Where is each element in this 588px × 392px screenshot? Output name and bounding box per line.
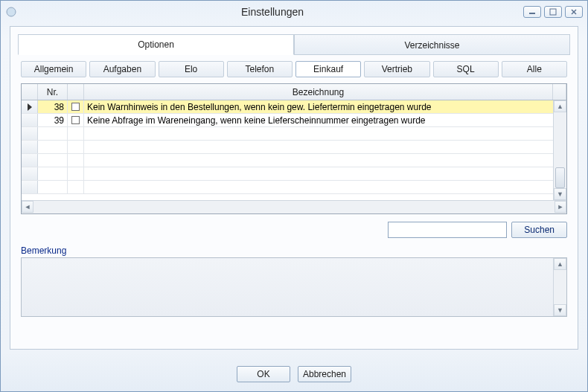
grid-vertical-scrollbar[interactable]: ▲ ▼ (553, 100, 566, 200)
cell-bezeichnung (84, 154, 566, 167)
search-input[interactable] (388, 222, 507, 238)
ok-button[interactable]: OK (237, 366, 290, 382)
subtab-allgemein[interactable]: Allgemein (21, 61, 86, 77)
row-selector[interactable] (22, 114, 38, 126)
row-selector (22, 127, 38, 140)
maximize-button[interactable] (544, 6, 562, 18)
maximize-icon (549, 8, 557, 16)
close-icon (570, 8, 578, 16)
sub-tab-area: Allgemein Aufgaben Elo Telefon Einkauf V… (18, 54, 570, 317)
subtab-sql[interactable]: SQL (433, 61, 499, 77)
subtab-alle-label: Alle (527, 64, 542, 74)
checkbox-icon (71, 116, 80, 124)
grid-header-scrollspace (553, 84, 566, 100)
cancel-button[interactable]: Abbrechen (298, 366, 351, 382)
app-icon (5, 6, 17, 18)
scroll-thumb[interactable] (555, 167, 565, 188)
scroll-right-icon[interactable]: ► (555, 201, 566, 213)
cell-checkbox (68, 167, 84, 180)
remark-scrollbar[interactable]: ▲ ▼ (553, 258, 566, 316)
cell-bezeichnung: Keine Abfrage im Wareneingang, wenn kein… (84, 114, 566, 126)
grid-header-nr[interactable]: Nr. (38, 84, 68, 100)
cell-checkbox[interactable] (68, 100, 84, 113)
tab-optionen-label: Optionen (138, 39, 174, 50)
subtab-sql-label: SQL (457, 64, 475, 74)
table-row (22, 154, 566, 167)
grid-header: Nr. Bezeichnung (22, 84, 566, 100)
titlebar: Einstellungen (1, 1, 587, 23)
subtab-elo[interactable]: Elo (159, 61, 224, 77)
cell-bezeichnung (84, 141, 566, 153)
table-row (22, 167, 566, 181)
grid-header-checkbox (68, 84, 84, 100)
cell-bezeichnung: Kein Warnhinweis in den Bestellungen, we… (84, 100, 566, 113)
search-button[interactable]: Suchen (511, 222, 567, 238)
cell-checkbox (68, 127, 84, 140)
grid-body: 38Kein Warnhinweis in den Bestellungen, … (22, 100, 566, 213)
ok-button-label: OK (257, 369, 269, 379)
scroll-up-icon[interactable]: ▲ (554, 100, 566, 112)
subtab-aufgaben[interactable]: Aufgaben (89, 61, 155, 77)
minimize-icon (528, 8, 536, 16)
subtab-vertrieb[interactable]: Vertrieb (364, 61, 429, 77)
cell-checkbox (68, 141, 84, 153)
tab-verzeichnisse[interactable]: Verzeichnisse (294, 34, 570, 55)
window-title: Einstellungen (22, 6, 523, 18)
subtab-telefon-label: Telefon (246, 64, 275, 74)
subtab-einkauf-label: Einkauf (313, 64, 343, 74)
settings-window: Einstellungen Optionen Verzeichnisse All… (0, 0, 588, 392)
svg-point-0 (7, 7, 16, 16)
cell-checkbox[interactable] (68, 114, 84, 126)
checkbox-icon (71, 103, 80, 111)
search-row: Suchen (18, 217, 570, 240)
close-button[interactable] (565, 6, 583, 18)
search-button-label: Suchen (524, 225, 555, 235)
table-row (22, 181, 566, 194)
sub-tabs: Allgemein Aufgaben Elo Telefon Einkauf V… (18, 61, 570, 77)
cell-checkbox (68, 154, 84, 167)
cell-nr (38, 167, 68, 180)
row-selector (22, 181, 38, 193)
subtab-vertrieb-label: Vertrieb (382, 64, 412, 74)
subtab-alle[interactable]: Alle (502, 61, 567, 77)
row-selector (22, 167, 38, 180)
remark-label: Bemerkung (18, 240, 570, 257)
scroll-down-icon[interactable]: ▼ (554, 188, 566, 200)
cell-nr: 39 (38, 114, 68, 126)
cell-bezeichnung (84, 167, 566, 180)
subtab-allgemein-label: Allgemein (34, 64, 74, 74)
cell-bezeichnung (84, 127, 566, 140)
cell-nr (38, 181, 68, 193)
subtab-aufgaben-label: Aufgaben (103, 64, 141, 74)
subtab-telefon[interactable]: Telefon (227, 61, 293, 77)
table-row (22, 127, 566, 141)
table-row[interactable]: 38Kein Warnhinweis in den Bestellungen, … (22, 100, 566, 114)
cell-nr (38, 154, 68, 167)
cell-nr (38, 127, 68, 140)
window-buttons (523, 6, 583, 18)
grid-horizontal-scrollbar[interactable]: ◄ ► (22, 200, 566, 213)
row-selector[interactable] (22, 100, 38, 113)
options-grid: Nr. Bezeichnung 38Kein Warnhinweis in de… (21, 83, 567, 214)
grid-header-bezeichnung[interactable]: Bezeichnung (84, 84, 553, 100)
cell-nr: 38 (38, 100, 68, 113)
minimize-button[interactable] (523, 6, 541, 18)
scroll-left-icon[interactable]: ◄ (22, 201, 33, 213)
subtab-elo-label: Elo (185, 64, 197, 74)
subtab-einkauf[interactable]: Einkauf (295, 61, 361, 77)
svg-rect-1 (529, 13, 535, 14)
table-row (22, 141, 566, 154)
remark-scroll-down-icon[interactable]: ▼ (554, 304, 566, 316)
remark-scroll-up-icon[interactable]: ▲ (554, 258, 566, 270)
tab-optionen[interactable]: Optionen (18, 34, 294, 55)
cell-checkbox (68, 181, 84, 193)
cancel-button-label: Abbrechen (303, 369, 346, 379)
remark-textarea[interactable]: ▲ ▼ (21, 257, 567, 317)
cell-nr (38, 141, 68, 153)
table-row[interactable]: 39Keine Abfrage im Wareneingang, wenn ke… (22, 114, 566, 127)
row-selector (22, 154, 38, 167)
tab-verzeichnisse-label: Verzeichnisse (404, 40, 459, 51)
footer-buttons: OK Abbrechen (1, 357, 587, 391)
grid-header-rowselector (22, 84, 38, 100)
cell-bezeichnung (84, 181, 566, 193)
